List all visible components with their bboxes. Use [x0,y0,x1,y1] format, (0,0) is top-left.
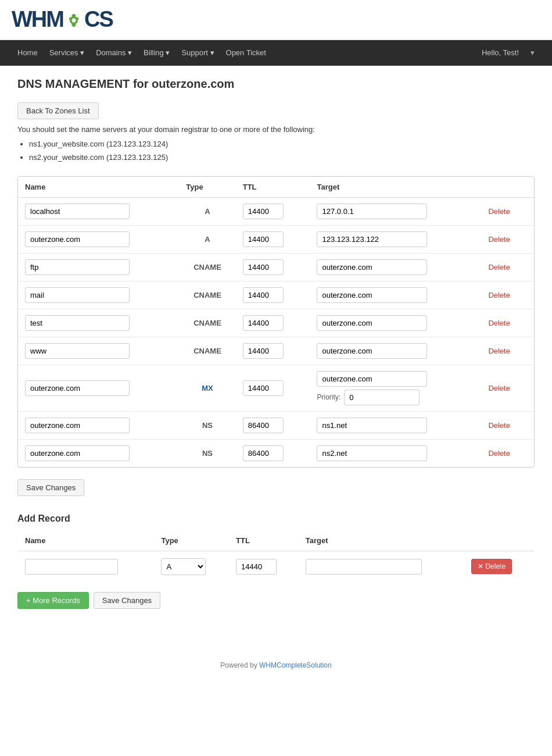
dns-target-input[interactable] [317,445,427,461]
dns-name-cell [18,411,179,439]
dns-delete-link[interactable]: Delete [486,449,512,458]
dns-target-input[interactable] [317,315,427,331]
dns-name-cell [18,197,179,225]
nav-services[interactable]: Services ▾ [44,40,90,66]
add-ttl-input[interactable] [236,559,277,575]
page-title: DNS MANAGEMENT for outerzone.com [17,77,535,91]
dns-name-cell [18,225,179,253]
nav-right: Hello, Test! ▾ [476,40,540,66]
dns-ttl-input[interactable] [243,287,284,303]
col-name: Name [18,177,179,198]
dns-name-cell [18,365,179,411]
add-col-target: Target [299,530,464,551]
dns-ttl-cell [236,281,310,309]
dns-delete-link[interactable]: Delete [486,235,512,244]
footer-link[interactable]: WHMCompleteSolution [259,661,332,669]
dns-target-input[interactable] [317,204,427,219]
add-target-input[interactable] [306,559,422,575]
nav-billing[interactable]: Billing ▾ [138,40,175,66]
dns-name-input[interactable] [25,380,130,396]
add-delete-button[interactable]: ✕ Delete [471,559,512,574]
logo-bar: WHM CS [0,0,552,40]
dns-ttl-cell [236,337,310,365]
dns-target-input[interactable] [317,343,427,359]
dns-record-row: ADelete [18,197,534,225]
dns-target-cell [310,197,479,225]
dns-ttl-cell [236,253,310,281]
dns-ttl-input[interactable] [243,418,284,433]
dns-target-input[interactable] [317,371,427,387]
dns-ttl-input[interactable] [243,343,284,359]
dns-type-cell: CNAME [179,253,235,281]
dns-record-row: CNAMEDelete [18,309,534,337]
dns-target-input[interactable] [317,287,427,303]
dns-type-cell: A [179,197,235,225]
dns-target-input[interactable] [317,259,427,275]
dns-delete-link[interactable]: Delete [486,291,512,299]
dns-delete-link[interactable]: Delete [486,207,512,216]
nav-left: Home Services ▾ Domains ▾ Billing ▾ Supp… [12,40,272,66]
dns-name-input[interactable] [25,231,130,247]
dns-name-input[interactable] [25,445,130,461]
dns-name-input[interactable] [25,204,130,219]
top-nav: Home Services ▾ Domains ▾ Billing ▾ Supp… [0,40,552,66]
dns-target-cell [310,281,479,309]
dns-name-input[interactable] [25,287,130,303]
user-dropdown-icon[interactable]: ▾ [525,40,540,66]
more-records-button[interactable]: + More Records [17,592,89,609]
col-action [479,177,534,198]
dns-ttl-input[interactable] [243,445,284,461]
dns-target-cell [310,411,479,439]
save-changes-button-bottom[interactable]: Save Changes [94,592,160,609]
dns-name-input[interactable] [25,418,130,433]
dns-name-cell [18,281,179,309]
nav-support[interactable]: Support ▾ [175,40,220,66]
nameserver-list: ns1.your_website.com (123.123.123.124) n… [29,137,535,165]
dns-records-table: Name Type TTL Target ADeleteADeleteCNAME… [18,177,534,467]
dns-name-input[interactable] [25,259,130,275]
nav-domains[interactable]: Domains ▾ [90,40,138,66]
add-record-table: Name Type TTL Target AAAAACNAMEMXNSTXTSR… [17,530,535,583]
save-changes-button-top[interactable]: Save Changes [17,479,84,496]
dns-delete-cell: Delete [479,439,534,467]
priority-input[interactable] [344,390,420,405]
dns-ttl-input[interactable] [243,259,284,275]
dns-delete-cell: Delete [479,337,534,365]
footer-text: Powered by [220,661,259,669]
nav-open-ticket[interactable]: Open Ticket [220,40,272,66]
dns-record-row: MXPriority:Delete [18,365,534,411]
dns-type-cell: CNAME [179,309,235,337]
nav-home[interactable]: Home [12,40,44,66]
add-type-select[interactable]: AAAAACNAMEMXNSTXTSRV [161,558,206,575]
dns-name-input[interactable] [25,343,130,359]
dns-ttl-input[interactable] [243,380,284,396]
dns-ttl-cell [236,225,310,253]
add-name-input[interactable] [25,559,118,575]
dns-ttl-input[interactable] [243,231,284,247]
bottom-actions: + More Records Save Changes [17,592,535,609]
dns-name-input[interactable] [25,315,130,331]
dns-name-cell [18,439,179,467]
footer: Powered by WHMCompleteSolution [0,650,552,681]
priority-label: Priority: [317,393,340,401]
user-greeting: Hello, Test! [476,40,525,66]
dns-delete-link[interactable]: Delete [486,421,512,430]
back-to-zones-button[interactable]: Back To Zones List [17,102,99,119]
dns-table-header-row: Name Type TTL Target [18,177,534,198]
dns-target-cell [310,253,479,281]
col-type: Type [179,177,235,198]
dns-target-input[interactable] [317,231,427,247]
dns-target-input[interactable] [317,418,427,433]
dns-record-row: CNAMEDelete [18,281,534,309]
add-record-row: AAAAACNAMEMXNSTXTSRV ✕ Delete [18,551,535,582]
dns-ttl-cell [236,439,310,467]
dns-delete-cell: Delete [479,225,534,253]
dns-delete-link[interactable]: Delete [486,319,512,327]
dns-delete-link[interactable]: Delete [486,384,512,393]
dns-type-cell: CNAME [179,337,235,365]
dns-delete-link[interactable]: Delete [486,263,512,272]
dns-ttl-input[interactable] [243,204,284,219]
dns-delete-link[interactable]: Delete [486,347,512,355]
logo-text: WHM [12,7,63,32]
dns-ttl-input[interactable] [243,315,284,331]
